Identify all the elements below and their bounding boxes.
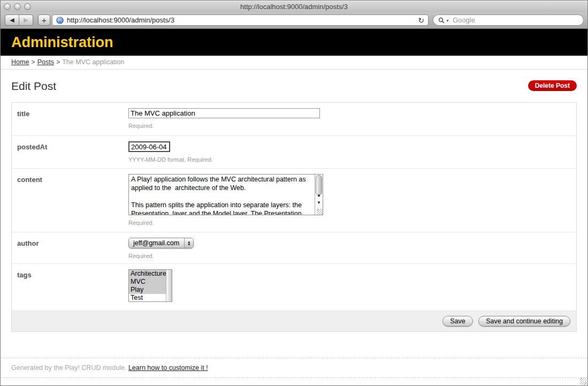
footer-text: Generated by the Play! CRUD module.	[11, 364, 126, 372]
address-bar[interactable]: http://localhost:9000/admin/posts/3 ↻	[52, 14, 429, 26]
forward-icon: ▶	[24, 17, 28, 24]
breadcrumb-separator: >	[56, 58, 60, 66]
textarea-resize-grip-icon[interactable]	[317, 209, 323, 215]
page-content: Administration Home>Posts>The MVC applic…	[1, 29, 587, 385]
tags-options: Architecture MVC Play Test	[129, 270, 166, 301]
back-icon: ◀	[10, 17, 14, 24]
breadcrumb-current: The MVC application	[62, 58, 124, 66]
back-button[interactable]: ◀	[5, 14, 19, 26]
breadcrumb-home-link[interactable]: Home	[11, 58, 29, 66]
browser-window: http://localhost:9000/admin/posts/3 ◀ ▶ …	[0, 0, 588, 386]
delete-post-button[interactable]: Delete Post	[528, 80, 577, 91]
tag-option[interactable]: Play	[129, 286, 166, 294]
url-text[interactable]: http://localhost:9000/admin/posts/3	[67, 16, 418, 24]
globe-icon	[56, 17, 64, 24]
reload-icon[interactable]: ↻	[418, 17, 424, 24]
author-select[interactable]: jeff@gmail.com ▲ ▼	[128, 238, 194, 248]
window-titlebar[interactable]: http://localhost:9000/admin/posts/3	[1, 1, 587, 12]
postedat-helper-text: YYYY-MM-DD format. Required.	[128, 156, 576, 163]
page-title: Edit Post	[11, 77, 577, 93]
author-helper-text: Required.	[128, 253, 576, 259]
site-footer: Generated by the Play! CRUD module. Lear…	[1, 358, 587, 378]
breadcrumb: Home>Posts>The MVC application	[1, 56, 587, 70]
listbox-scrollbar[interactable]	[166, 270, 172, 301]
page-head: Edit Post Delete Post	[11, 77, 577, 96]
new-tab-button[interactable]: +	[38, 14, 50, 26]
customize-link[interactable]: Learn how to customize it !	[128, 364, 208, 372]
field-label-title: title	[12, 103, 128, 135]
field-label-postedat: postedAt	[12, 136, 128, 168]
form-row-title: title Required.	[12, 103, 576, 135]
search-placeholder: Google	[453, 16, 475, 24]
title-input[interactable]	[128, 108, 320, 118]
breadcrumb-separator: >	[31, 58, 35, 66]
plus-icon: +	[42, 16, 47, 25]
content-textarea-wrap: A Play! application follows the MVC arch…	[128, 174, 323, 215]
select-stepper-icon: ▲ ▼	[184, 238, 193, 248]
content-textarea[interactable]: A Play! application follows the MVC arch…	[129, 175, 315, 215]
app-title: Administration	[11, 34, 113, 51]
form-row-tags: tags Architecture MVC Play Test	[12, 263, 576, 311]
content-helper-text: Required.	[128, 220, 576, 226]
form-row-postedat: postedAt YYYY-MM-DD format. Required.	[12, 135, 576, 168]
window-resize-grip-icon[interactable]	[580, 378, 587, 385]
scroll-down-icon[interactable]: ▼	[316, 199, 322, 206]
browser-toolbar: ◀ ▶ + http://localhost:9000/admin/posts/…	[1, 12, 587, 29]
save-and-continue-button[interactable]: Save and continue editing	[478, 316, 570, 327]
tag-option[interactable]: Test	[129, 294, 166, 301]
field-label-content: content	[12, 169, 128, 232]
tags-multiselect[interactable]: Architecture MVC Play Test	[128, 269, 172, 302]
form-row-author: author jeff@gmail.com ▲ ▼ Required.	[12, 232, 576, 263]
field-label-author: author	[12, 232, 128, 263]
form-row-content: content A Play! application follows the …	[12, 168, 576, 232]
tag-option[interactable]: MVC	[129, 278, 166, 286]
window-title: http://localhost:9000/admin/posts/3	[1, 3, 587, 11]
search-options-caret-icon[interactable]: ▼	[446, 19, 449, 22]
field-label-tags: tags	[12, 264, 128, 311]
form-actions: Save Save and continue editing	[12, 311, 576, 331]
scroll-up-icon[interactable]: ▲	[316, 192, 322, 199]
search-icon	[438, 17, 445, 24]
nav-button-group: ◀ ▶	[5, 14, 33, 26]
search-field[interactable]: ▼ Google	[433, 14, 584, 26]
admin-header: Administration	[1, 29, 587, 56]
title-helper-text: Required.	[128, 123, 576, 129]
breadcrumb-posts-link[interactable]: Posts	[37, 58, 54, 66]
edit-post-form: title Required. postedAt YYYY-MM-DD form…	[11, 102, 577, 332]
save-button[interactable]: Save	[442, 316, 473, 327]
tag-option[interactable]: Architecture	[129, 270, 166, 278]
author-selected-value: jeff@gmail.com	[129, 239, 184, 247]
forward-button[interactable]: ▶	[19, 14, 33, 26]
postedat-input[interactable]	[128, 141, 170, 152]
